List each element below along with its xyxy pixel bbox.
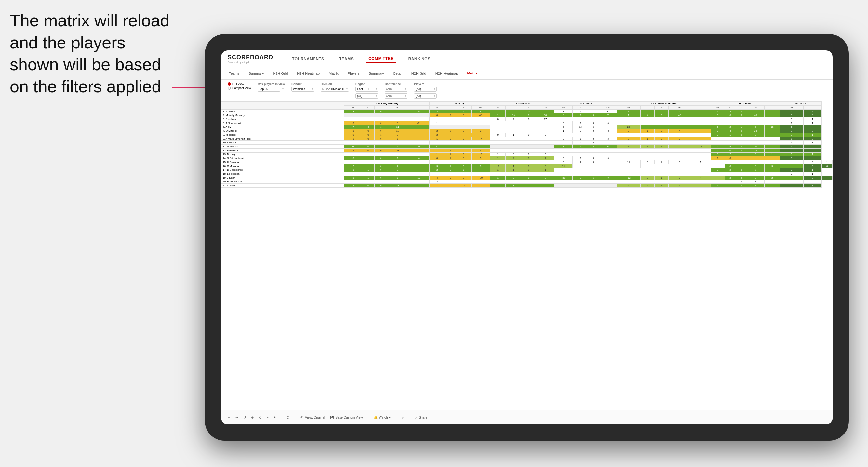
conference-select-wrapper[interactable]: (All) bbox=[385, 87, 407, 92]
cell: 1 bbox=[429, 121, 445, 125]
cell: 8 bbox=[599, 121, 617, 125]
cell bbox=[691, 110, 711, 114]
share-button[interactable]: ↗ Share bbox=[415, 416, 427, 419]
division-select-wrapper[interactable]: NCAA Division II NCAA Division I bbox=[321, 87, 349, 92]
zoom-button[interactable]: ⊕ bbox=[251, 416, 254, 419]
region-sub-select-wrapper[interactable]: (All) bbox=[355, 93, 378, 98]
cell: 14 bbox=[573, 125, 588, 129]
col-header-21: 21. O Stoll bbox=[554, 102, 617, 106]
cell: 0 bbox=[408, 145, 429, 149]
cell: 2 bbox=[429, 168, 445, 172]
gender-select-wrapper[interactable]: Women's Men's bbox=[291, 87, 314, 92]
cell: 1 bbox=[573, 156, 588, 160]
matrix-content[interactable]: 2. M Kelly Mulcahy 6. A Dy 11. G Woods 2… bbox=[221, 101, 833, 410]
cell: 4 bbox=[344, 184, 362, 188]
sub-nav-h2h-grid2[interactable]: H2H Grid bbox=[410, 71, 428, 76]
players-select[interactable]: (All) bbox=[414, 87, 437, 92]
player-name: 18. L Hodgson bbox=[221, 172, 344, 176]
sub-nav-h2h-grid[interactable]: H2H Grid bbox=[272, 71, 289, 76]
gender-select[interactable]: Women's Men's bbox=[291, 87, 314, 92]
region-sub-select[interactable]: (All) bbox=[355, 93, 378, 98]
players-sub-select-wrapper[interactable]: (All) bbox=[414, 93, 437, 98]
sub-nav-teams[interactable]: Teams bbox=[228, 71, 241, 76]
settings-button[interactable]: ⊙ bbox=[259, 416, 261, 419]
plus-button[interactable]: + bbox=[274, 416, 276, 419]
sub-nav-h2h-heatmap2[interactable]: H2H Heatmap bbox=[434, 71, 460, 76]
cell bbox=[554, 184, 617, 188]
region-select-wrapper[interactable]: East - DII West - DII bbox=[355, 87, 378, 92]
cell: 1 bbox=[803, 141, 822, 145]
cell: 0 bbox=[537, 184, 554, 188]
table-row: 13. N Klug 1 1 0 -2 1 0 0 3 0 2 bbox=[221, 153, 833, 156]
cell bbox=[490, 121, 554, 125]
division-select[interactable]: NCAA Division II NCAA Division I bbox=[321, 87, 349, 92]
reset-button[interactable]: ↺ bbox=[243, 416, 246, 419]
cell: 1 bbox=[803, 153, 822, 156]
sub-nav-summary[interactable]: Summary bbox=[247, 71, 265, 76]
cell: 1 bbox=[456, 168, 471, 172]
sub-nav-matrix2[interactable]: Matrix bbox=[466, 70, 479, 76]
cell: 1 bbox=[640, 145, 654, 149]
full-view-radio[interactable]: Full View bbox=[228, 82, 251, 86]
cell bbox=[490, 145, 554, 149]
conference-sub-select[interactable]: (All) bbox=[385, 93, 407, 98]
cell bbox=[691, 137, 711, 141]
cell: 0 bbox=[736, 145, 747, 149]
table-row: 7. O Mitchell 3 0 0 18 2 2 0 2 1 2 0 bbox=[221, 129, 833, 133]
cell bbox=[640, 125, 711, 129]
conference-sub-select-wrapper[interactable]: (All) bbox=[385, 93, 407, 98]
cell bbox=[764, 180, 780, 184]
gender-label: Gender bbox=[291, 82, 314, 86]
cell: 5 bbox=[599, 156, 617, 160]
cell bbox=[711, 141, 780, 145]
cell: 4 bbox=[780, 145, 803, 149]
cell: 0 bbox=[554, 121, 573, 125]
cell: 2 bbox=[711, 145, 724, 149]
cell: 1 bbox=[490, 110, 506, 114]
cell: 1 bbox=[780, 125, 803, 129]
nav-tournaments[interactable]: TOURNAMENTS bbox=[289, 55, 327, 62]
players-label: Players bbox=[414, 82, 437, 86]
compact-view-radio[interactable]: Compact View bbox=[228, 87, 251, 90]
minus-button[interactable]: − bbox=[267, 416, 269, 419]
cell: 0 bbox=[780, 114, 803, 117]
cell: 1 bbox=[429, 149, 445, 153]
table-row: 8. M Torres 0 0 1 0 2 0 1 0 3 bbox=[221, 133, 833, 137]
sub-nav-detail[interactable]: Detail bbox=[392, 71, 404, 76]
table-row: 3. S Jelinek 0 2 0 17 0 1 bbox=[221, 117, 833, 121]
expand-button[interactable]: ⤢ bbox=[401, 416, 404, 419]
timer-button[interactable]: ⏱ bbox=[286, 416, 290, 419]
cell: 0 bbox=[588, 160, 599, 164]
cell: 1 bbox=[362, 121, 375, 125]
cell: 1 bbox=[599, 141, 617, 145]
redo-button[interactable]: ↪ bbox=[236, 416, 238, 419]
max-players-select[interactable]: Top 25 Top 50 All bbox=[257, 87, 280, 92]
cell: 0 bbox=[362, 125, 375, 129]
nav-committee[interactable]: COMMITTEE bbox=[366, 55, 396, 63]
cell bbox=[617, 121, 711, 125]
sub-nav-players[interactable]: Players bbox=[346, 71, 361, 76]
players-sub-select[interactable]: (All) bbox=[414, 93, 437, 98]
players-select-wrapper[interactable]: (All) bbox=[414, 87, 437, 92]
undo-button[interactable]: ↩ bbox=[228, 416, 230, 419]
conference-select[interactable]: (All) bbox=[385, 87, 407, 92]
toolbar-sep-1 bbox=[281, 414, 281, 421]
max-players-select-wrapper[interactable]: Top 25 Top 50 All bbox=[257, 87, 285, 92]
nav-teams[interactable]: TEAMS bbox=[337, 55, 356, 62]
cell bbox=[711, 160, 724, 164]
region-select[interactable]: East - DII West - DII bbox=[355, 87, 378, 92]
player-name: 5. A Nomrowski bbox=[221, 121, 344, 125]
cell: 4 bbox=[669, 129, 691, 133]
table-row: 6. A Dy 7 0 1 11 0 14 1 4 25 bbox=[221, 125, 833, 129]
cell: 8 bbox=[747, 133, 764, 137]
cell: 11 bbox=[617, 160, 641, 164]
nav-rankings[interactable]: RANKINGS bbox=[406, 55, 433, 62]
sub-nav-matrix[interactable]: Matrix bbox=[328, 71, 340, 76]
watch-button[interactable]: 🔔 Watch ▾ bbox=[374, 416, 391, 419]
cell: 3 bbox=[344, 110, 362, 114]
cell: 0 bbox=[471, 164, 490, 168]
sub-nav-summary2[interactable]: Summary bbox=[368, 71, 385, 76]
view-original-button[interactable]: 👁 View: Original bbox=[301, 416, 325, 419]
save-custom-button[interactable]: 💾 Save Custom View bbox=[330, 416, 363, 419]
sub-nav-h2h-heatmap[interactable]: H2H Heatmap bbox=[296, 71, 321, 76]
